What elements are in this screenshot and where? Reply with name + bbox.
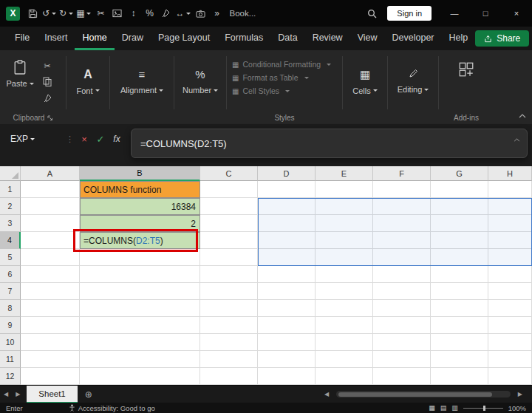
row-header-8[interactable]: 8 [0, 300, 21, 317]
percent-icon[interactable] [143, 4, 156, 22]
column-header-D[interactable]: D [258, 166, 316, 181]
cell[interactable] [80, 317, 200, 334]
cell[interactable] [200, 266, 258, 283]
row-header-4[interactable]: 4 [0, 232, 21, 249]
cell[interactable] [200, 317, 258, 334]
cell[interactable] [373, 181, 431, 198]
insert-function-button[interactable]: fx [109, 129, 125, 149]
format-painter-icon[interactable] [159, 4, 172, 22]
cell[interactable] [488, 283, 532, 300]
column-header-H[interactable]: H [488, 166, 532, 181]
maximize-button[interactable] [470, 0, 501, 27]
cell[interactable] [200, 181, 258, 198]
tab-review[interactable]: Review [305, 27, 350, 50]
tab-data[interactable]: Data [270, 27, 304, 50]
cell[interactable] [373, 368, 431, 385]
cell[interactable] [316, 334, 373, 351]
alignment-group-button[interactable]: Alignment [112, 55, 171, 108]
tab-page-layout[interactable]: Page Layout [151, 27, 217, 50]
cell[interactable] [21, 249, 80, 266]
cell[interactable] [21, 198, 80, 215]
row-header-2[interactable]: 2 [0, 198, 21, 215]
cell[interactable] [80, 283, 200, 300]
row-header-3[interactable]: 3 [0, 215, 21, 232]
cell[interactable] [431, 300, 488, 317]
sheet-nav-left-icon[interactable] [0, 391, 12, 397]
cell[interactable] [200, 232, 258, 249]
cell[interactable] [316, 368, 373, 385]
cell-B2[interactable]: 16384 [80, 198, 200, 215]
cell[interactable] [431, 317, 488, 334]
cell[interactable] [431, 283, 488, 300]
sheet-nav-right-icon[interactable] [12, 391, 24, 397]
column-header-A[interactable]: A [21, 166, 80, 181]
cell[interactable] [258, 334, 316, 351]
zoom-level[interactable]: 100% [508, 404, 526, 412]
swap-button[interactable] [175, 4, 191, 22]
cell[interactable] [200, 198, 258, 215]
column-header-G[interactable]: G [431, 166, 488, 181]
cell[interactable] [200, 249, 258, 266]
share-button[interactable]: Share [475, 30, 529, 47]
scrollbar-track[interactable] [336, 391, 511, 397]
tab-file[interactable]: File [7, 27, 37, 50]
normal-view-icon[interactable] [429, 404, 435, 412]
cell[interactable] [488, 351, 532, 368]
cell[interactable] [258, 283, 316, 300]
cell[interactable] [200, 351, 258, 368]
cell-styles-button[interactable]: Cell Styles [232, 86, 337, 95]
sort-icon[interactable] [126, 4, 140, 22]
column-header-B[interactable]: B [80, 166, 200, 181]
cell[interactable] [258, 181, 316, 198]
cells-group-button[interactable]: Cells [345, 55, 385, 108]
cell[interactable] [21, 300, 80, 317]
cell[interactable] [488, 266, 532, 283]
cell[interactable] [200, 300, 258, 317]
cell[interactable] [200, 368, 258, 385]
cell[interactable] [80, 266, 200, 283]
cell[interactable] [373, 266, 431, 283]
format-as-table-button[interactable]: Format as Table [232, 73, 337, 82]
cell[interactable] [431, 334, 488, 351]
cell[interactable] [258, 266, 316, 283]
name-box[interactable]: EXP [6, 129, 64, 149]
cell[interactable] [316, 181, 373, 198]
cell[interactable] [488, 181, 532, 198]
format-painter-button[interactable] [43, 94, 52, 104]
tab-developer[interactable]: Developer [385, 27, 442, 50]
cell[interactable] [373, 283, 431, 300]
column-header-E[interactable]: E [316, 166, 373, 181]
enter-button[interactable] [92, 129, 109, 149]
cell[interactable] [21, 283, 80, 300]
row-header-6[interactable]: 6 [0, 266, 21, 283]
cell[interactable] [488, 300, 532, 317]
cell[interactable] [373, 300, 431, 317]
cell[interactable] [200, 215, 258, 232]
cell[interactable] [316, 266, 373, 283]
column-header-F[interactable]: F [373, 166, 431, 181]
cell[interactable] [21, 181, 80, 198]
tab-view[interactable]: View [350, 27, 385, 50]
cell[interactable] [21, 368, 80, 385]
cell[interactable] [488, 334, 532, 351]
cell[interactable] [21, 266, 80, 283]
cell[interactable] [258, 368, 316, 385]
cell[interactable] [21, 334, 80, 351]
cell[interactable] [80, 334, 200, 351]
editing-group-button[interactable]: Editing [390, 55, 436, 108]
cell[interactable] [373, 317, 431, 334]
save-button[interactable] [26, 4, 39, 22]
picture-icon[interactable] [110, 4, 123, 22]
redo-button[interactable] [59, 4, 73, 22]
zoom-slider-thumb[interactable] [483, 406, 485, 411]
tab-home[interactable]: Home [75, 27, 114, 50]
cancel-button[interactable] [76, 129, 92, 149]
conditional-formatting-button[interactable]: Conditional Formatting [232, 60, 337, 69]
table-button[interactable] [76, 4, 91, 22]
row-header-11[interactable]: 11 [0, 351, 21, 368]
cell[interactable] [21, 317, 80, 334]
accessibility-status[interactable]: Accessibility: Good to go [69, 404, 155, 412]
cell[interactable] [316, 351, 373, 368]
cell[interactable] [316, 300, 373, 317]
search-icon[interactable] [365, 4, 378, 22]
